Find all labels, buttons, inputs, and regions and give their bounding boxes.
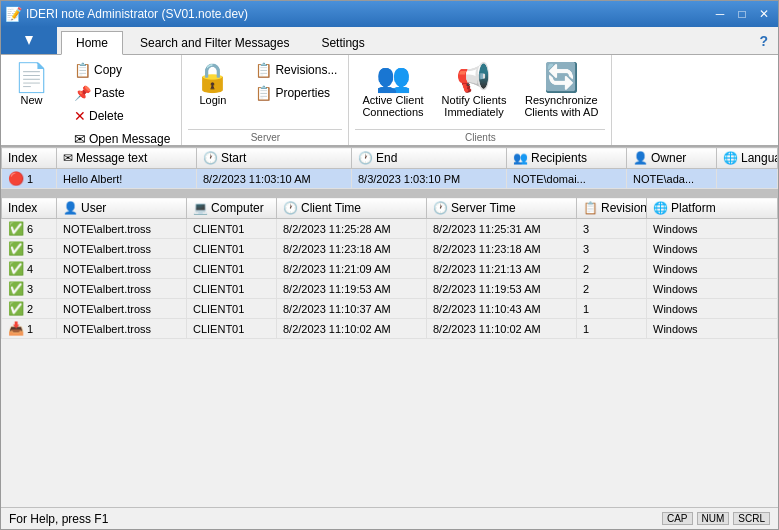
ribbon-group-clients: 👥 Active Client Connections 📢 Notify Cli…	[349, 55, 612, 145]
ribbon-group-clients-content: 👥 Active Client Connections 📢 Notify Cli…	[355, 59, 605, 127]
cell-index: 🔴 1	[2, 169, 57, 189]
app-icon: 📝	[5, 6, 22, 22]
notify-clients-button[interactable]: 📢 Notify Clients Immediately	[435, 59, 514, 123]
delivery-log-table: Index 👤User 💻Computer 🕐Client Time 🕐Serv…	[1, 197, 778, 339]
cell-dl-client-time: 8/2/2023 11:19:53 AM	[277, 279, 427, 299]
dl-user-icon: 👤	[63, 201, 78, 215]
ribbon-group-messages-content: 📄 New 📋 Copy 📌 Paste ✕ Delete	[7, 59, 175, 150]
col-owner: 👤Owner	[627, 148, 717, 169]
tab-home[interactable]: Home	[61, 31, 123, 55]
col-message-text: ✉Message text	[57, 148, 197, 169]
col-dl-user: 👤User	[57, 198, 187, 219]
close-button[interactable]: ✕	[754, 5, 774, 23]
cell-dl-revision: 3	[577, 239, 647, 259]
cell-dl-revision: 1	[577, 319, 647, 339]
top-table-row[interactable]: 🔴 1 Hello Albert! 8/2/2023 11:03:10 AM 8…	[2, 169, 778, 189]
tab-settings[interactable]: Settings	[306, 31, 379, 54]
login-label: Login	[199, 94, 226, 106]
active-client-connections-button[interactable]: 👥 Active Client Connections	[355, 59, 430, 123]
revisions-button[interactable]: 📋 Revisions...	[250, 59, 342, 81]
status-icon: ✅	[8, 241, 24, 256]
bottom-table-row[interactable]: ✅ 3 NOTE\albert.tross CLIENT01 8/2/2023 …	[2, 279, 778, 299]
title-bar: 📝 IDERI note Administrator (SV01.note.de…	[1, 1, 778, 27]
open-message-label: Open Message	[89, 132, 170, 146]
revisions-icon: 📋	[255, 62, 272, 78]
cell-recipients: NOTE\domai...	[507, 169, 627, 189]
dl-server-time-icon: 🕐	[433, 201, 448, 215]
col-end: 🕐End	[352, 148, 507, 169]
resynchronize-label: Resynchronize Clients with AD	[524, 94, 598, 118]
col-dl-computer: 💻Computer	[187, 198, 277, 219]
login-button[interactable]: 🔒 Login	[188, 59, 237, 111]
cell-dl-index: ✅ 3	[2, 279, 57, 299]
open-message-icon: ✉	[74, 131, 86, 147]
cell-dl-client-time: 8/2/2023 11:23:18 AM	[277, 239, 427, 259]
cell-dl-server-time: 8/2/2023 11:19:53 AM	[427, 279, 577, 299]
bottom-table-row[interactable]: ✅ 6 NOTE\albert.tross CLIENT01 8/2/2023 …	[2, 219, 778, 239]
paste-icon: 📌	[74, 85, 91, 101]
cell-dl-user: NOTE\albert.tross	[57, 279, 187, 299]
cell-dl-user: NOTE\albert.tross	[57, 319, 187, 339]
paste-button[interactable]: 📌 Paste	[69, 82, 175, 104]
cell-dl-platform: Windows	[647, 299, 778, 319]
cell-dl-server-time: 8/2/2023 11:10:43 AM	[427, 299, 577, 319]
active-connections-icon: 👥	[376, 64, 411, 92]
cell-dl-user: NOTE\albert.tross	[57, 259, 187, 279]
col-dl-server-time: 🕐Server Time	[427, 198, 577, 219]
cell-dl-user: NOTE\albert.tross	[57, 219, 187, 239]
server-small-buttons: 📋 Revisions... 📋 Properties	[250, 59, 342, 104]
cell-dl-computer: CLIENT01	[187, 239, 277, 259]
cell-dl-platform: Windows	[647, 239, 778, 259]
resynchronize-button[interactable]: 🔄 Resynchronize Clients with AD	[517, 59, 605, 123]
cell-dl-server-time: 8/2/2023 11:21:13 AM	[427, 259, 577, 279]
bottom-table-row[interactable]: ✅ 5 NOTE\albert.tross CLIENT01 8/2/2023 …	[2, 239, 778, 259]
col-dl-client-time: 🕐Client Time	[277, 198, 427, 219]
bottom-table-row[interactable]: ✅ 2 NOTE\albert.tross CLIENT01 8/2/2023 …	[2, 299, 778, 319]
cell-dl-index: 📥 1	[2, 319, 57, 339]
delete-button[interactable]: ✕ Delete	[69, 105, 175, 127]
new-icon: 📄	[14, 64, 49, 92]
status-icon: ✅	[8, 261, 24, 276]
new-button[interactable]: 📄 New	[7, 59, 56, 111]
cell-dl-computer: CLIENT01	[187, 299, 277, 319]
start-icon: 🕐	[203, 151, 218, 165]
cell-message-text: Hello Albert!	[57, 169, 197, 189]
title-bar-left: 📝 IDERI note Administrator (SV01.note.de…	[5, 6, 248, 22]
properties-button[interactable]: 📋 Properties	[250, 82, 342, 104]
bottom-table-row[interactable]: ✅ 4 NOTE\albert.tross CLIENT01 8/2/2023 …	[2, 259, 778, 279]
clients-group-label: Clients	[355, 129, 605, 145]
delivery-log-grid[interactable]: Index 👤User 💻Computer 🕐Client Time 🕐Serv…	[1, 197, 778, 507]
tab-search-filter[interactable]: Search and Filter Messages	[125, 31, 304, 54]
help-text: For Help, press F1	[9, 512, 108, 526]
minimize-button[interactable]: ─	[710, 5, 730, 23]
cell-dl-index: ✅ 2	[2, 299, 57, 319]
server-group-label: Server	[188, 129, 342, 145]
cell-dl-client-time: 8/2/2023 11:10:37 AM	[277, 299, 427, 319]
ribbon-group-server: 🔒 Login 📋 Revisions... 📋 Properties Serv…	[182, 55, 349, 145]
cell-end: 8/3/2023 1:03:10 PM	[352, 169, 507, 189]
cell-dl-revision: 2	[577, 259, 647, 279]
dl-platform-icon: 🌐	[653, 201, 668, 215]
active-connections-label: Active Client Connections	[362, 94, 423, 118]
cell-dl-platform: Windows	[647, 219, 778, 239]
delete-icon: ✕	[74, 108, 86, 124]
cell-dl-server-time: 8/2/2023 11:10:02 AM	[427, 319, 577, 339]
messages-grid[interactable]: Index ✉Message text 🕐Start 🕐End 👥Recipie…	[1, 147, 778, 193]
maximize-button[interactable]: □	[732, 5, 752, 23]
cell-owner: NOTE\ada...	[627, 169, 717, 189]
cell-dl-revision: 2	[577, 279, 647, 299]
new-label: New	[20, 94, 42, 106]
copy-button[interactable]: 📋 Copy	[69, 59, 175, 81]
dl-client-time-icon: 🕐	[283, 201, 298, 215]
ribbon-group-server-content: 🔒 Login 📋 Revisions... 📋 Properties	[188, 59, 342, 127]
help-button[interactable]: ?	[753, 31, 774, 51]
num-indicator: NUM	[697, 512, 730, 525]
app-menu-button[interactable]	[1, 27, 57, 54]
cell-dl-user: NOTE\albert.tross	[57, 299, 187, 319]
delete-label: Delete	[89, 109, 124, 123]
cell-dl-platform: Windows	[647, 279, 778, 299]
recipients-icon: 👥	[513, 151, 528, 165]
status-bar: For Help, press F1 CAP NUM SCRL	[1, 507, 778, 529]
revisions-label: Revisions...	[275, 63, 337, 77]
bottom-table-row[interactable]: 📥 1 NOTE\albert.tross CLIENT01 8/2/2023 …	[2, 319, 778, 339]
